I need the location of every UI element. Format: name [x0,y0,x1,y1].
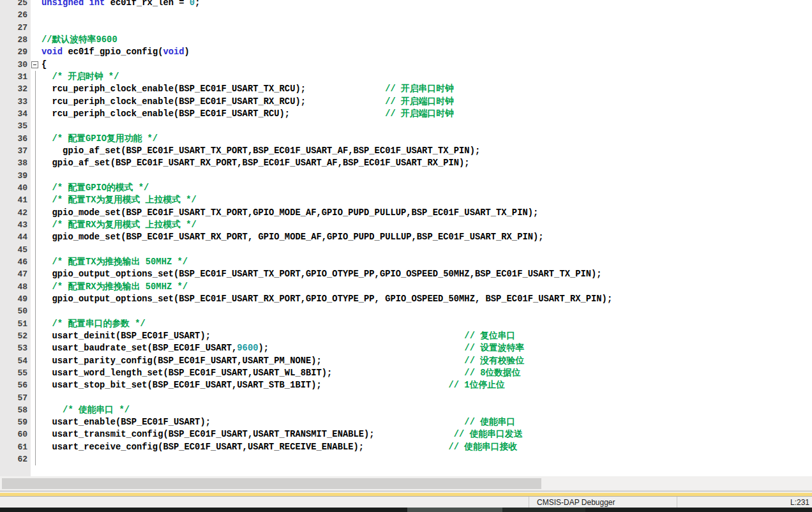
code-editor[interactable]: 25unsigned int ec01f_rx_len = 0;262728//… [0,0,812,476]
code-line[interactable]: 29void ec01f_gpio_config(void) [0,46,812,58]
keil-editor-window: 25unsigned int ec01f_rx_len = 0;262728//… [0,0,812,512]
line-number[interactable]: 30 [0,59,31,71]
code-line[interactable]: 47 gpio_output_options_set(BSP_EC01F_USA… [0,268,812,280]
line-number[interactable]: 55 [0,367,31,379]
line-number[interactable]: 42 [0,207,31,219]
line-number[interactable]: 28 [0,34,31,46]
code-line[interactable]: 50 [0,305,812,317]
code-line[interactable]: 39 [0,170,812,182]
line-number[interactable]: 39 [0,170,31,182]
line-number[interactable]: 26 [0,9,31,21]
line-number[interactable]: 37 [0,145,31,157]
fold-guide-line [35,404,36,416]
code-text: /* 配置串口的参数 */ [41,318,146,330]
line-number[interactable]: 49 [0,293,31,305]
line-number[interactable]: 35 [0,120,31,132]
code-line[interactable]: 55 usart_word_length_set(BSP_EC01F_USART… [0,367,812,379]
code-line[interactable]: 49 gpio_output_options_set(BSP_EC01F_USA… [0,293,812,305]
code-text: /* 配置TX为复用模式 上拉模式 */ [41,194,197,206]
fold-guide-line [35,392,36,404]
code-line[interactable]: 33 rcu_periph_clock_enable(BSP_EC01F_USA… [0,96,812,108]
line-number[interactable]: 58 [0,404,31,416]
fold-guide-line [35,281,36,293]
code-line[interactable]: 48 /* 配置RX为推挽输出 50MHZ */ [0,281,812,293]
code-line[interactable]: 52 usart_deinit(BSP_EC01F_USART); // 复位串… [0,330,812,342]
line-number[interactable]: 53 [0,342,31,354]
line-number[interactable]: 33 [0,96,31,108]
code-line[interactable]: 57 [0,392,812,404]
line-number[interactable]: 43 [0,219,31,231]
code-line[interactable]: 31 /* 开启时钟 */ [0,71,812,83]
code-line[interactable]: 46 /* 配置TX为推挽输出 50MHZ */ [0,256,812,268]
code-line[interactable]: 25unsigned int ec01f_rx_len = 0; [0,0,812,9]
code-line[interactable]: 53 usart_baudrate_set(BSP_EC01F_USART,96… [0,342,812,354]
code-line[interactable]: 32 rcu_periph_clock_enable(BSP_EC01F_USA… [0,83,812,95]
code-text: /* 配置GPIO的模式 */ [41,182,149,194]
code-text: gpio_mode_set(BSP_EC01F_USART_TX_PORT,GP… [41,207,538,219]
code-line[interactable]: 36 /* 配置GPIO复用功能 */ [0,133,812,145]
code-line[interactable]: 38 gpio_af_set(BSP_EC01F_USART_RX_PORT,B… [0,157,812,169]
line-number[interactable]: 36 [0,133,31,145]
fold-guide-line [35,96,36,108]
code-line[interactable]: 60 usart_transmit_config(BSP_EC01F_USART… [0,428,812,440]
line-number[interactable]: 54 [0,355,31,367]
fold-guide-line [35,120,36,132]
horizontal-scrollbar[interactable] [0,476,812,490]
code-line[interactable]: 56 usart_stop_bit_set(BSP_EC01F_USART,US… [0,379,812,391]
fold-guide-line [35,330,36,342]
code-line[interactable]: 28//默认波特率9600 [0,34,812,46]
line-number[interactable]: 59 [0,416,31,428]
code-line[interactable]: 30{ [0,59,812,71]
code-line[interactable]: 41 /* 配置TX为复用模式 上拉模式 */ [0,194,812,206]
line-number[interactable]: 51 [0,318,31,330]
code-line[interactable]: 40 /* 配置GPIO的模式 */ [0,182,812,194]
code-line[interactable]: 27 [0,22,812,34]
line-number[interactable]: 32 [0,83,31,95]
code-line[interactable]: 62 [0,453,812,465]
line-number[interactable]: 47 [0,268,31,280]
line-number[interactable]: 31 [0,71,31,83]
scrollbar-thumb[interactable] [2,478,541,489]
line-number[interactable]: 34 [0,108,31,120]
code-text: gpio_mode_set(BSP_EC01F_USART_RX_PORT, G… [41,231,544,243]
line-number[interactable]: 46 [0,256,31,268]
code-line[interactable]: 58 /* 使能串口 */ [0,404,812,416]
line-number[interactable]: 38 [0,157,31,169]
line-number[interactable]: 44 [0,231,31,243]
code-line[interactable]: 37 gpio_af_set(BSP_EC01F_USART_TX_PORT,B… [0,145,812,157]
line-number[interactable]: 57 [0,392,31,404]
code-line[interactable]: 61 usart_receive_config(BSP_EC01F_USART,… [0,441,812,453]
line-number[interactable]: 25 [0,0,31,9]
fold-guide-line [35,428,36,440]
code-line[interactable]: 44 gpio_mode_set(BSP_EC01F_USART_RX_PORT… [0,231,812,243]
line-number[interactable]: 50 [0,305,31,317]
line-number[interactable]: 40 [0,182,31,194]
line-number[interactable]: 29 [0,46,31,58]
code-line[interactable]: 42 gpio_mode_set(BSP_EC01F_USART_TX_PORT… [0,207,812,219]
line-number[interactable]: 45 [0,244,31,256]
code-line[interactable]: 43 /* 配置RX为复用模式 上拉模式 */ [0,219,812,231]
fold-margin [31,219,41,231]
fold-guide-line [35,157,36,169]
code-line[interactable]: 45 [0,244,812,256]
code-line[interactable]: 34 rcu_periph_clock_enable(BSP_EC01F_USA… [0,108,812,120]
line-number[interactable]: 52 [0,330,31,342]
code-line[interactable]: 59 usart_enable(BSP_EC01F_USART); // 使能串… [0,416,812,428]
line-number[interactable]: 60 [0,428,31,440]
taskbar-segment [407,508,502,512]
line-number[interactable]: 27 [0,22,31,34]
fold-margin [31,182,41,194]
code-text: usart_baudrate_set(BSP_EC01F_USART,9600)… [41,342,524,354]
code-line[interactable]: 26 [0,9,812,21]
code-line[interactable]: 35 [0,120,812,132]
line-number[interactable]: 48 [0,281,31,293]
line-number[interactable]: 56 [0,379,31,391]
line-number[interactable]: 41 [0,194,31,206]
code-line[interactable]: 54 usart_parity_config(BSP_EC01F_USART,U… [0,355,812,367]
fold-margin [31,404,41,416]
fold-marker[interactable] [31,59,41,71]
code-line[interactable]: 51 /* 配置串口的参数 */ [0,318,812,330]
line-number[interactable]: 62 [0,453,31,465]
line-number[interactable]: 61 [0,441,31,453]
fold-collapse-icon[interactable] [31,61,38,68]
